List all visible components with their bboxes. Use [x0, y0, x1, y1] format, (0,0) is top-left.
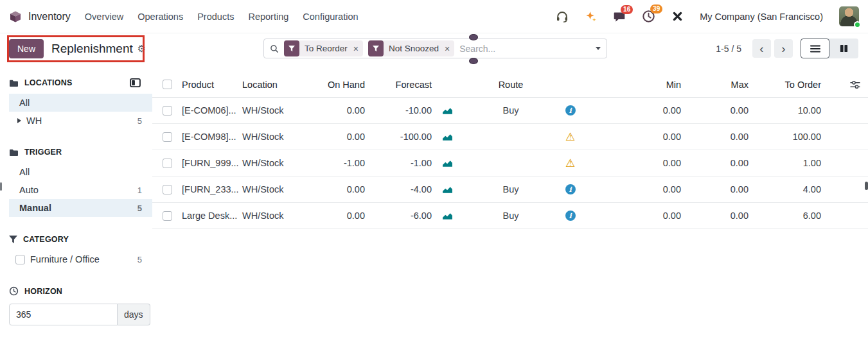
search-input[interactable] [459, 44, 590, 54]
chevron-down-icon [596, 47, 601, 50]
table-row[interactable]: Large Desk... WH/Stock 0.00 -6.00 Buy 0.… [152, 203, 868, 229]
folder-icon [9, 79, 19, 87]
company-switcher[interactable]: My Company (San Francisco) [700, 12, 823, 22]
select-all-checkbox[interactable] [163, 80, 172, 89]
column-header-max[interactable]: Max [687, 80, 752, 90]
odoo-apps-icon[interactable] [9, 10, 22, 23]
new-button[interactable]: New [9, 39, 44, 58]
forecast-chart-icon[interactable] [442, 133, 453, 141]
search-facet-to-reorder[interactable]: To Reorder × [284, 40, 363, 56]
search-icon [270, 44, 279, 53]
table-row[interactable]: [E-COM06]... WH/Stock 0.00 -10.00 Buy 0.… [152, 98, 868, 124]
row-checkbox[interactable] [163, 106, 172, 116]
table-row[interactable]: [FURN_233... WH/Stock 0.00 -4.00 Buy 0.0… [152, 177, 868, 203]
forecast-chart-icon[interactable] [442, 185, 453, 194]
sidebar-item-category-furniture-office[interactable]: Furniture / Office 5 [9, 250, 152, 268]
settings-gear-icon[interactable]: ⚙ [137, 43, 146, 55]
remove-facet-icon[interactable]: × [353, 44, 363, 54]
warning-icon[interactable] [565, 157, 576, 169]
sidebar-item-trigger-auto[interactable]: Auto 1 [9, 181, 152, 199]
menu-overview[interactable]: Overview [85, 12, 123, 22]
control-panel: New Replenishment ⚙ To Reorder × Not Sno… [0, 33, 868, 64]
column-header-to-order[interactable]: To Order [752, 80, 824, 90]
column-header-on-hand[interactable]: On Hand [302, 80, 365, 90]
forecast-chart-icon[interactable] [442, 212, 453, 220]
panel-toggle-icon[interactable] [130, 78, 141, 87]
support-headset-icon[interactable] [556, 10, 569, 23]
search-dropdown-toggle[interactable] [590, 39, 607, 58]
column-header-location[interactable]: Location [242, 80, 302, 90]
row-checkbox[interactable] [163, 211, 172, 221]
cell-on-hand: 0.00 [302, 132, 365, 142]
table-row[interactable]: [E-COM98]... WH/Stock 0.00 -100.00 0.00 … [152, 124, 868, 150]
warning-icon[interactable] [565, 131, 576, 142]
activities-clock-icon[interactable]: 39 [642, 10, 655, 23]
forecast-chart-icon[interactable] [442, 159, 453, 168]
menu-configuration[interactable]: Configuration [303, 12, 358, 22]
row-checkbox[interactable] [163, 159, 172, 168]
horizon-days-suffix: days [118, 304, 150, 325]
main-menu: Overview Operations Products Reporting C… [85, 12, 359, 22]
cell-to-order: 6.00 [752, 211, 824, 221]
column-header-min[interactable]: Min [581, 80, 687, 90]
search-facet-not-snoozed[interactable]: Not Snoozed × [368, 40, 454, 56]
activities-badge: 39 [650, 4, 662, 13]
column-header-route[interactable]: Route [463, 80, 559, 90]
info-icon[interactable] [565, 211, 576, 221]
facet-label: To Reorder [299, 44, 353, 53]
sidebar-item-trigger-manual[interactable]: Manual 5 [9, 199, 152, 217]
column-header-forecast[interactable]: Forecast [365, 80, 432, 90]
tools-icon[interactable] [671, 10, 684, 22]
filter-icon [284, 40, 299, 56]
ai-sparkle-icon[interactable] [585, 10, 597, 22]
cell-max: 0.00 [687, 158, 752, 168]
scrollbar-thumb[interactable] [865, 182, 868, 190]
pager-previous-button[interactable]: ‹ [752, 39, 771, 58]
menu-products[interactable]: Products [197, 12, 234, 22]
sidebar-item-trigger-all[interactable]: All [9, 163, 152, 181]
sidebar-scrollbar-thumb[interactable] [0, 182, 2, 191]
category-checkbox[interactable] [15, 255, 25, 264]
messages-icon[interactable]: 16 [613, 10, 626, 23]
clock-icon [9, 286, 19, 296]
menu-operations[interactable]: Operations [137, 12, 183, 22]
remove-facet-icon[interactable]: × [444, 44, 454, 54]
columns-settings-icon[interactable] [850, 80, 860, 89]
cell-on-hand: -1.00 [302, 158, 365, 168]
app-name[interactable]: Inventory [28, 11, 71, 22]
sidebar-item-location-wh[interactable]: WH 5 [9, 112, 152, 130]
column-header-product[interactable]: Product [182, 80, 242, 90]
cell-location: WH/Stock [242, 211, 302, 221]
kanban-view-button[interactable] [829, 39, 858, 58]
item-count: 1 [137, 185, 142, 195]
annotation-handle-top [469, 34, 478, 40]
info-icon[interactable] [565, 105, 576, 116]
cell-product: [E-COM06]... [182, 105, 242, 116]
cell-product: [E-COM98]... [182, 132, 242, 142]
info-icon[interactable] [565, 184, 576, 194]
cell-location: WH/Stock [242, 132, 302, 142]
pager-next-button[interactable]: › [774, 39, 793, 58]
facet-label: Not Snoozed [384, 44, 444, 53]
horizon-days-input[interactable] [9, 304, 118, 325]
breadcrumb-area: New Replenishment ⚙ [9, 33, 146, 64]
list-view-button[interactable] [801, 39, 829, 58]
cell-location: WH/Stock [242, 184, 302, 194]
cell-location: WH/Stock [242, 105, 302, 116]
cell-on-hand: 0.00 [302, 184, 365, 194]
filter-icon [9, 236, 17, 244]
sidebar-item-locations-all[interactable]: All [9, 94, 152, 112]
cell-max: 0.00 [687, 184, 752, 194]
row-checkbox[interactable] [163, 185, 172, 194]
menu-reporting[interactable]: Reporting [248, 12, 288, 22]
cell-location: WH/Stock [242, 158, 302, 168]
forecast-chart-icon[interactable] [442, 107, 453, 115]
top-navbar: Inventory Overview Operations Products R… [0, 0, 868, 33]
trigger-section-title: TRIGGER [9, 148, 143, 157]
table-row[interactable]: [FURN_999... WH/Stock -1.00 -1.00 0.00 0… [152, 150, 868, 177]
search-bar[interactable]: To Reorder × Not Snoozed × [263, 39, 607, 58]
cell-forecast: -1.00 [365, 158, 432, 168]
row-checkbox[interactable] [163, 132, 172, 142]
user-avatar[interactable] [839, 6, 859, 26]
navbar-left: Inventory Overview Operations Products R… [9, 10, 359, 23]
